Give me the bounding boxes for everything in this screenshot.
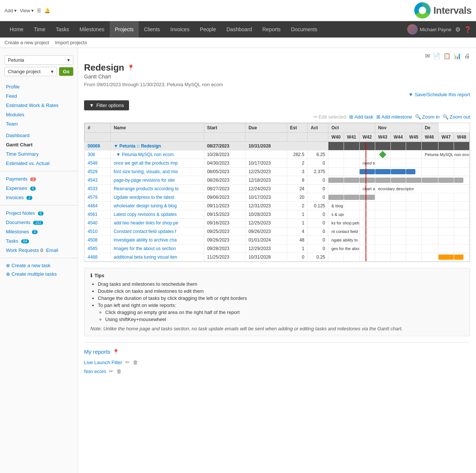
bell-icon-button[interactable]: 🔔 <box>44 8 50 13</box>
nav-invoices[interactable]: Invoices <box>165 21 194 38</box>
top-toolbar: Add ▾ View ▾ ☰ 🔔 Intervals <box>0 0 476 21</box>
gantt-w45 <box>406 219 422 227</box>
saved-report-live-launch[interactable]: Live Launch Filter <box>84 360 122 365</box>
sidebar-project-notes[interactable]: Project Notes 6 <box>0 208 78 218</box>
create-project-link[interactable]: Create a new project <box>4 40 49 45</box>
payments-badge: 1 <box>30 177 36 181</box>
task-start: 11/25/2023 <box>204 253 245 262</box>
sidebar-expenses[interactable]: Expenses 4 <box>0 184 78 193</box>
edit-report-icon-2[interactable]: ✏ <box>109 368 113 374</box>
gantt-w46 <box>422 210 438 219</box>
nav-time[interactable]: Time <box>29 21 51 38</box>
task-name: Constant contact field updates f <box>110 227 204 236</box>
save-schedule-row: ▼ Save/Schedule this report <box>84 92 470 97</box>
start-spacer <box>204 133 245 142</box>
saved-report-non-ecom[interactable]: Non ecom <box>84 369 106 374</box>
gantt-bar <box>328 178 344 183</box>
gantt-w42-today <box>359 244 375 253</box>
sidebar-estimated-work-rates[interactable]: Estimated Work & Rates <box>0 101 78 110</box>
gantt-w44 <box>390 210 406 219</box>
sidebar-documents[interactable]: Documents 152 <box>0 218 78 227</box>
sidebar-time-summary[interactable]: Time Summary <box>0 149 78 159</box>
zoom-in-button[interactable]: 🔍 Zoom in <box>415 114 440 120</box>
task-est: 282.5 <box>287 150 308 159</box>
gantt-w43 <box>375 210 390 219</box>
add-button[interactable]: Add ▾ <box>4 8 17 13</box>
change-project-dropdown[interactable]: Change project ▾ <box>4 67 57 76</box>
sidebar-profile[interactable]: Profile <box>0 82 78 91</box>
pdf-icon[interactable]: 📄 <box>433 52 440 59</box>
nav-projects[interactable]: Projects <box>110 21 139 38</box>
project-dropdown[interactable]: Petunia ▾ <box>4 55 73 65</box>
nav-people[interactable]: People <box>194 21 221 38</box>
sidebar-payments[interactable]: Payments 1 <box>0 174 78 184</box>
task-act: 0 <box>308 227 328 236</box>
go-button[interactable]: Go <box>59 67 73 76</box>
gantt-w41 <box>344 168 360 176</box>
add-chevron-icon: ▾ <box>14 8 17 13</box>
csv-icon[interactable]: 📋 <box>443 52 451 59</box>
table-row: 00069 ▼ Petunia :: Redesign 08/27/2023 1… <box>85 142 470 150</box>
gantt-w46 <box>422 227 438 236</box>
gantt-w42-today <box>359 193 375 202</box>
help-icon[interactable]: ❓ <box>464 26 472 33</box>
xls-icon[interactable]: 📊 <box>454 52 461 59</box>
delete-report-icon-2[interactable]: 🗑 <box>116 368 122 374</box>
add-task-button[interactable]: ⊞ Add task <box>349 114 373 120</box>
nav-dashboard[interactable]: Dashboard <box>221 21 257 38</box>
add-milestone-button[interactable]: ⊞ Add milestone <box>376 114 412 120</box>
change-project-chevron-icon: ▾ <box>51 69 54 74</box>
nav-home[interactable]: Home <box>4 21 29 38</box>
w44-header: W44 <box>390 133 406 142</box>
task-start: 08/27/2023 <box>204 142 245 150</box>
sidebar-modules[interactable]: Modules <box>0 110 78 119</box>
zoom-out-button[interactable]: 🔍 Zoom out <box>443 114 470 120</box>
create-task-action[interactable]: ⊕ Create a new task <box>0 261 78 270</box>
view-button[interactable]: View ▾ <box>20 8 34 13</box>
sidebar-milestones[interactable]: Milestones 4 <box>0 227 78 236</box>
w42-header: W42 <box>359 133 375 142</box>
nav-documents[interactable]: Documents <box>286 21 323 38</box>
sidebar-invoices[interactable]: Invoices 2 <box>0 193 78 202</box>
edit-selected-button[interactable]: ✏ Edit selected <box>313 114 346 120</box>
gantt-bar <box>344 178 359 183</box>
work-requests-email[interactable]: Email <box>46 247 58 253</box>
my-reports-title: My reports 📍 <box>84 349 470 355</box>
sidebar-feed[interactable]: Feed <box>0 91 78 101</box>
sidebar-team[interactable]: Team <box>0 119 78 129</box>
table-row: 4484 wholesaler design tuning & blog 09/… <box>85 202 470 210</box>
gantt-bar <box>406 169 415 174</box>
task-due: 09/26/2023 <box>245 227 287 236</box>
delete-report-icon[interactable]: 🗑 <box>133 359 138 365</box>
report-toolbar: ✉ 📄 📋 📊 🖨 <box>84 52 470 59</box>
nav-milestones[interactable]: Milestones <box>74 21 110 38</box>
avatar <box>407 24 418 35</box>
filter-options-button[interactable]: ▼ Filter options <box>84 100 129 110</box>
gantt-w45 <box>406 244 422 253</box>
task-name: page-by-page revisions for site <box>110 176 204 185</box>
task-due: 12/25/2023 <box>245 168 287 176</box>
import-projects-link[interactable]: Import projects <box>55 40 87 45</box>
task-num: 4543 <box>85 176 111 185</box>
edit-report-icon[interactable]: ✏ <box>125 359 130 365</box>
save-schedule-button[interactable]: ▼ Save/Schedule this report <box>408 92 470 97</box>
sidebar-dashboard[interactable]: Dashboard <box>0 131 78 140</box>
gantt-w41 <box>344 142 360 150</box>
nav-reports[interactable]: Reports <box>257 21 286 38</box>
edit-icon-button[interactable]: ☰ <box>37 8 41 13</box>
task-name: add two header links for shop.pe <box>110 219 204 227</box>
create-multiple-tasks-action[interactable]: ⊕ Create multiple tasks <box>0 270 78 278</box>
work-requests-badge: 0 <box>41 247 43 253</box>
email-report-icon[interactable]: ✉ <box>425 52 430 59</box>
settings-icon[interactable]: ⚙ <box>455 26 460 33</box>
sidebar-gantt-chart[interactable]: Gantt Chart <box>0 140 78 149</box>
sidebar-tasks[interactable]: Tasks 84 <box>0 236 78 246</box>
filter-bar: ▼ Filter options <box>84 100 470 110</box>
nav-clients[interactable]: Clients <box>139 21 165 38</box>
work-requests-link[interactable]: Work Requests <box>6 247 39 253</box>
nav-tasks[interactable]: Tasks <box>51 21 74 38</box>
w41-header: W41 <box>344 133 360 142</box>
task-name: additional beta tuning visual iten <box>110 253 204 262</box>
sidebar-estimated-vs-actual[interactable]: Estimated vs. Actual <box>0 159 78 168</box>
print-icon[interactable]: 🖨 <box>464 53 470 59</box>
